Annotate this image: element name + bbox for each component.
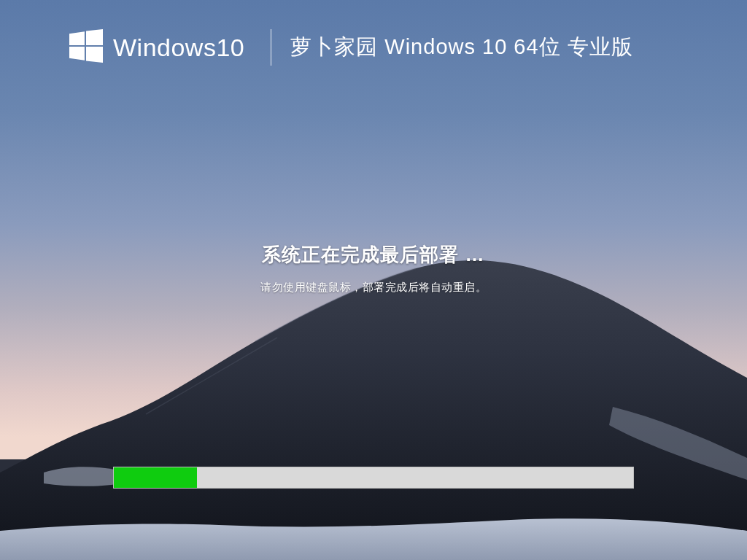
header-divider [271,29,271,66]
svg-marker-3 [86,47,103,63]
svg-marker-2 [69,47,85,61]
windows-logo-text: Windows10 [113,34,244,62]
svg-marker-0 [69,31,85,45]
header: Windows10 萝卜家园 Windows 10 64位 专业版 [69,29,703,66]
windows-logo-icon [69,29,103,66]
status-sub-text: 请勿使用键盘鼠标，部署完成后将自动重启。 [0,281,747,295]
status-main-text: 系统正在完成最后部署 … [0,242,747,268]
progress-bar [113,467,634,489]
progress-bar-fill [114,467,197,488]
edition-title: 萝卜家园 Windows 10 64位 专业版 [290,33,632,62]
status-block: 系统正在完成最后部署 … 请勿使用键盘鼠标，部署完成后将自动重启。 [0,242,747,295]
svg-marker-1 [86,29,103,45]
mountain-background [0,254,747,560]
windows-logo-block: Windows10 [69,29,244,66]
install-screen: Windows10 萝卜家园 Windows 10 64位 专业版 系统正在完成… [0,0,747,560]
